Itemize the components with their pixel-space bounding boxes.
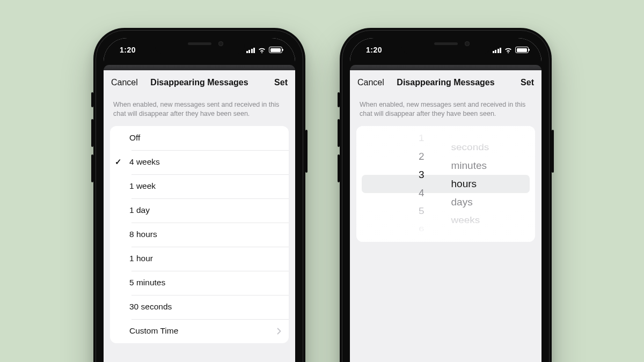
checkmark-icon: ✓ — [110, 157, 126, 167]
picker-item[interactable]: minutes — [446, 157, 536, 174]
cellular-icon — [246, 47, 255, 53]
modal-caption: When enabled, new messages sent and rece… — [350, 95, 541, 126]
option-label: 4 weeks — [126, 157, 289, 167]
modal-title: Disappearing Messages — [150, 78, 248, 87]
picker-item[interactable]: days — [446, 194, 536, 211]
modal-sheet: Cancel Disappearing Messages Set When en… — [350, 70, 541, 362]
picker-item[interactable]: 6 — [356, 224, 446, 234]
modal-title: Disappearing Messages — [397, 78, 494, 87]
picker-item-selected[interactable]: 3 — [356, 166, 446, 184]
picker-column-unit[interactable]: seconds minutes hours days weeks — [446, 126, 536, 242]
battery-icon — [269, 47, 282, 53]
time-picker[interactable]: 1 2 3 4 5 6 seconds — [356, 126, 535, 242]
picker-item[interactable]: 5 — [356, 204, 446, 219]
option-row[interactable]: 8 hours — [110, 223, 289, 247]
option-label: 30 seconds — [126, 302, 289, 312]
modal-sheet: Cancel Disappearing Messages Set When en… — [104, 70, 295, 362]
phone-right: 1:20 Cancel Disappearing Messages S — [340, 28, 552, 362]
set-button[interactable]: Set — [521, 78, 534, 87]
status-time: 1:20 — [114, 46, 136, 54]
modal-navbar: Cancel Disappearing Messages Set — [104, 70, 295, 95]
cancel-button[interactable]: Cancel — [357, 78, 384, 87]
battery-icon — [515, 47, 529, 53]
option-label: 5 minutes — [126, 278, 289, 287]
option-row[interactable]: 1 week — [110, 174, 289, 198]
picker-item[interactable]: 2 — [356, 148, 446, 165]
cellular-icon — [493, 47, 502, 53]
cancel-button[interactable]: Cancel — [111, 78, 138, 87]
option-row[interactable]: 30 seconds — [110, 295, 289, 319]
modal-navbar: Cancel Disappearing Messages Set — [350, 70, 541, 95]
option-row[interactable]: 1 hour — [110, 247, 289, 271]
wifi-icon — [504, 47, 513, 53]
option-label: 8 hours — [126, 230, 289, 239]
option-row[interactable]: ✓ 4 weeks — [110, 150, 289, 174]
option-label: Off — [126, 133, 289, 143]
picker-column-number[interactable]: 1 2 3 4 5 6 — [356, 126, 446, 242]
picker-item[interactable]: 1 — [356, 131, 446, 146]
options-card: Off ✓ 4 weeks 1 week 1 day — [110, 126, 289, 343]
option-row-custom[interactable]: Custom Time — [110, 319, 289, 343]
option-row[interactable]: 1 day — [110, 198, 289, 223]
notch — [401, 38, 491, 54]
modal-caption: When enabled, new messages sent and rece… — [104, 95, 295, 126]
option-row[interactable]: 5 minutes — [110, 271, 289, 295]
option-row[interactable]: Off — [110, 126, 289, 150]
option-label: Custom Time — [126, 326, 277, 336]
phone-left: 1:20 Cancel Disappearing Messages S — [93, 28, 305, 362]
wifi-icon — [258, 47, 266, 53]
picker-item[interactable]: 4 — [356, 184, 446, 202]
option-label: 1 day — [126, 205, 289, 215]
option-label: 1 week — [126, 181, 289, 191]
notch — [155, 38, 245, 54]
picker-item[interactable]: seconds — [446, 140, 536, 155]
chevron-right-icon — [277, 328, 289, 335]
picker-item-selected[interactable]: hours — [446, 175, 536, 193]
set-button[interactable]: Set — [274, 78, 288, 87]
option-label: 1 hour — [126, 254, 289, 263]
picker-item[interactable]: weeks — [446, 213, 536, 228]
status-time: 1:20 — [361, 46, 382, 54]
